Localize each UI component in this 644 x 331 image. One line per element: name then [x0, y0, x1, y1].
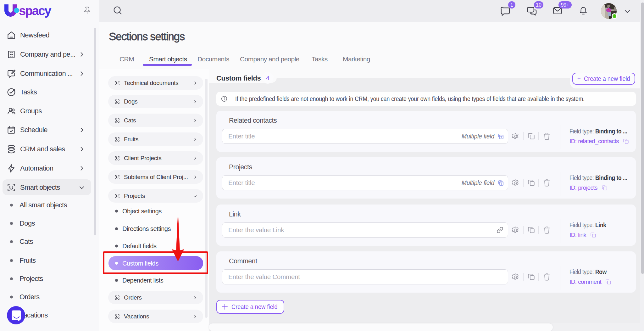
- svg-text:spacy: spacy: [19, 4, 52, 18]
